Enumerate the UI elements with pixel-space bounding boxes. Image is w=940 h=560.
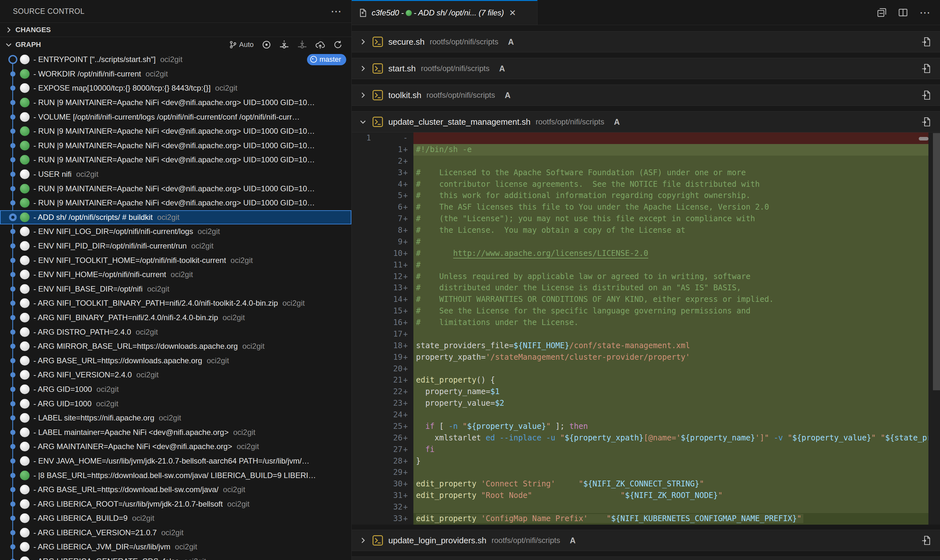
commit-row[interactable]: - EXPOSE map[10000/tcp:{} 8000/tcp:{} 84… (0, 81, 351, 95)
commit-row[interactable]: - USER nifioci2git (0, 167, 351, 182)
diff-line: 21+edit_property() { (352, 374, 940, 386)
commit-row[interactable]: - RUN |9 MAINTAINER=Apache NiFi <dev@nif… (0, 95, 351, 110)
commit-row[interactable]: - ENV JAVA_HOME=/usr/lib/jvm/jdk-21.0.7-… (0, 454, 351, 468)
commit-message: - ENV NIFI_TOOLKIT_HOME=/opt/nifi/nifi-t… (34, 256, 226, 265)
file-section-header-toolkit.sh[interactable]: toolkit.shrootfs/opt/nifi/scriptsA (352, 85, 940, 106)
open-file-icon[interactable] (922, 63, 932, 74)
commit-row[interactable]: - RUN |9 MAINTAINER=Apache NiFi <dev@nif… (0, 153, 351, 167)
commit-row[interactable]: - RUN |9 MAINTAINER=Apache NiFi <dev@nif… (0, 124, 351, 138)
commit-row[interactable]: - ARG NIFI_TOOLKIT_BINARY_PATH=nifi/2.4.… (0, 296, 351, 311)
collapse-all-icon[interactable] (877, 8, 887, 17)
commit-row[interactable]: - LABEL maintainer=Apache NiFi <dev@nifi… (0, 425, 351, 440)
refresh-button[interactable] (333, 40, 342, 49)
open-file-icon[interactable] (922, 535, 932, 546)
graph-section-header[interactable]: GRAPH Auto (0, 37, 351, 52)
vertical-scrollbar[interactable] (933, 133, 940, 390)
diff-code-block[interactable]: 1-1+#!/bin/sh -e2+3+# Licensed to the Ap… (352, 132, 940, 525)
fetch-icon (279, 40, 289, 49)
diff-line: 14+# WITHOUT WARRANTIES OR CONDITIONS OF… (352, 294, 940, 305)
commit-row[interactable]: - RUN |9 MAINTAINER=Apache NiFi <dev@nif… (0, 181, 351, 196)
file-section-header-secure.sh[interactable]: secure.shrootfs/opt/nifi/scriptsA (352, 31, 940, 52)
avatar (20, 298, 29, 308)
diff-line: 7+# (the "License"); you may not use thi… (352, 213, 940, 225)
commit-row[interactable]: - ARG UID=1000oci2git (0, 396, 351, 411)
tab-multi-diff[interactable]: c3fe5d0 - - ADD sh/ /opt/ni... (7 files)… (352, 0, 537, 25)
file-section-header-update_cluster_state_management.sh[interactable]: update_cluster_state_management.shrootfs… (352, 111, 940, 132)
graph-node-icon (10, 301, 15, 306)
open-file-icon[interactable] (922, 37, 932, 47)
code-text: # See the License for the specific langu… (414, 305, 928, 317)
avatar (20, 327, 29, 337)
commit-message: - ARG DISTRO_PATH=2.4.0 (34, 328, 131, 337)
file-section-header-update_login_providers.sh[interactable]: update_login_providers.shrootfs/opt/nifi… (352, 530, 940, 551)
open-file-icon[interactable] (922, 117, 932, 127)
old-line-number (352, 409, 373, 421)
code-text: # limitations under the License. (414, 317, 928, 329)
commit-row[interactable]: - LABEL site=https://nifi.apache.orgoci2… (0, 411, 351, 425)
commit-row[interactable]: - ARG NIFI_VERSION=2.4.0oci2git (0, 368, 351, 382)
old-line-number (352, 305, 373, 317)
commit-row[interactable]: - ENV NIFI_LOG_DIR=/opt/nifi/nifi-curren… (0, 225, 351, 239)
commit-row[interactable]: - ARG DISTRO_PATH=2.4.0oci2git (0, 325, 351, 339)
commit-message: - LABEL site=https://nifi.apache.org (34, 414, 154, 422)
new-line-number: 18 (373, 340, 403, 352)
commit-row[interactable]: - ARG LIBERICA_BUILD=9oci2git (0, 511, 351, 526)
code-text: # The ASF licenses this file to You unde… (414, 202, 928, 213)
commit-message: - RUN |9 MAINTAINER=Apache NiFi <dev@nif… (34, 98, 315, 107)
commit-message: - LABEL maintainer=Apache NiFi <dev@nifi… (34, 428, 229, 437)
file-path: rootfs/opt/nifi/scripts (430, 37, 498, 46)
code-text (414, 502, 928, 513)
commit-row[interactable]: - ARG BASE_URL=https://downloads.apache.… (0, 353, 351, 368)
target-button[interactable] (262, 40, 271, 49)
graph-node-icon (8, 55, 17, 64)
commit-row[interactable]: - ENV NIFI_TOOLKIT_HOME=/opt/nifi/nifi-t… (0, 253, 351, 268)
push-button[interactable] (315, 40, 325, 49)
code-text: edit_property 'ConfigMap Name Prefix' "$… (414, 513, 928, 525)
git-status-added: A (614, 117, 620, 127)
commit-row[interactable]: - ENV NIFI_BASE_DIR=/opt/nifioci2git (0, 282, 351, 296)
commit-row[interactable]: - ARG LIBERICA_ROOT=/usr/lib/jvm/jdk-21.… (0, 497, 351, 511)
pull-button[interactable] (297, 40, 307, 49)
commit-row[interactable]: - ARG BASE_URL=https://download.bell-sw.… (0, 483, 351, 497)
old-line-number (352, 513, 373, 525)
commit-row[interactable]: - VOLUME [/opt/nifi/nifi-current/logs /o… (0, 109, 351, 124)
file-section-header-update_oidc_properties.sh[interactable]: update_oidc_properties.shrootfs/opt/nifi… (352, 557, 940, 560)
commit-row[interactable]: - ENV NIFI_PID_DIR=/opt/nifi/nifi-curren… (0, 239, 351, 253)
new-line-number: 19 (373, 352, 403, 363)
commit-row[interactable]: - RUN |9 MAINTAINER=Apache NiFi <dev@nif… (0, 138, 351, 153)
commit-row[interactable]: - |8 BASE_URL=https://download.bell-sw.c… (0, 468, 351, 483)
graph-node-icon (10, 415, 15, 420)
more-actions-icon[interactable]: ⋯ (919, 9, 930, 16)
commit-row[interactable]: - ENTRYPOINT ["../scripts/start.sh"]oci2… (0, 52, 351, 67)
auto-repository-button[interactable]: Auto (229, 40, 254, 49)
commit-message: - ARG LIBERICA_JVM_DIR=/usr/lib/jvm (34, 542, 171, 551)
commit-row[interactable]: - ARG GID=1000oci2git (0, 382, 351, 397)
commit-row[interactable]: - ADD sh/ /opt/nifi/scripts/ # buildkito… (0, 210, 351, 225)
diff-line: 10+# http://www.apache.org/licenses/LICE… (352, 248, 940, 259)
fetch-button[interactable] (279, 40, 289, 49)
more-actions-icon[interactable]: ⋯ (331, 8, 342, 14)
commit-message: - USER nifi (34, 170, 72, 179)
old-line-number (352, 225, 373, 236)
branch-badge[interactable]: master (307, 54, 346, 65)
new-line-number: 13 (373, 282, 403, 294)
sidebar-title-bar: SOURCE CONTROL ⋯ (0, 0, 351, 23)
split-editor-icon[interactable] (898, 8, 908, 17)
commit-row[interactable]: - ARG LIBERICA_GENERATE_CDS=falseoci2git (0, 554, 351, 560)
commit-row[interactable]: - ARG LIBERICA_JVM_DIR=/usr/lib/jvmoci2g… (0, 540, 351, 554)
graph-node-icon (10, 143, 15, 148)
tab-close-icon[interactable]: ✕ (509, 8, 516, 18)
old-line-number (352, 190, 373, 202)
commit-row[interactable]: - ARG LIBERICA_VERSION=21.0.7oci2git (0, 526, 351, 540)
avatar (20, 69, 29, 79)
file-section-header-start.sh[interactable]: start.shrootfs/opt/nifi/scriptsA (352, 58, 940, 79)
commit-row[interactable]: - ARG NIFI_BINARY_PATH=nifi/2.4.0/nifi-2… (0, 311, 351, 325)
commit-row[interactable]: - ARG MAINTAINER=Apache NiFi <dev@nifi.a… (0, 440, 351, 454)
open-file-icon[interactable] (922, 90, 932, 100)
overview-ruler-mark (919, 137, 928, 140)
commit-row[interactable]: - ENV NIFI_HOME=/opt/nifi/nifi-currentoc… (0, 268, 351, 282)
commit-row[interactable]: - ARG MIRROR_BASE_URL=https://downloads.… (0, 339, 351, 354)
changes-section-header[interactable]: CHANGES (0, 23, 351, 37)
commit-row[interactable]: - RUN |9 MAINTAINER=Apache NiFi <dev@nif… (0, 196, 351, 210)
commit-row[interactable]: - WORKDIR /opt/nifi/nifi-currentoci2git (0, 67, 351, 82)
